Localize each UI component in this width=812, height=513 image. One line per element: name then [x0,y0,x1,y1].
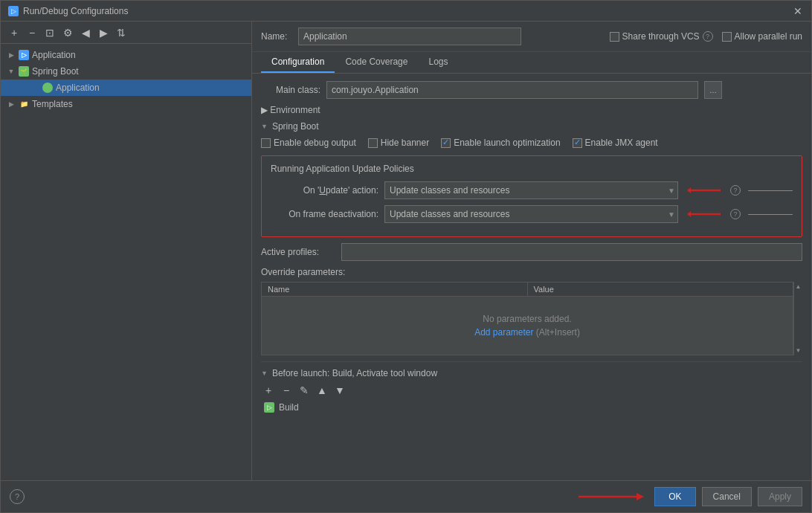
cancel-button[interactable]: Cancel [702,487,752,506]
tabs-bar: Configuration Code Coverage Logs [252,52,811,74]
params-table-container: Name Value No parameters added. Add para… [261,282,802,355]
tree-item-spring-boot[interactable]: ▼ 🌱 Spring Boot [1,63,251,80]
tree-item-application[interactable]: ▶ ▷ Application [1,47,251,63]
name-options: Share through VCS ? Allow parallel run [610,31,802,42]
red-arrow-update [687,184,724,196]
name-row: Name: Share through VCS ? Allow parallel… [252,22,811,52]
environment-label: ▶ Environment [261,105,320,115]
debug-output-group: Enable debug output [261,138,356,148]
share-vcs-checkbox[interactable] [610,32,619,42]
before-launch-header: ▼ Before launch: Build, Activate tool wi… [261,368,802,378]
debug-output-checkbox[interactable] [261,138,271,148]
enable-launch-checkbox[interactable] [441,138,451,148]
params-table-body: No parameters added. Add parameter (Alt+… [261,296,793,355]
allow-parallel-label: Allow parallel run [735,31,802,42]
svg-marker-5 [637,493,644,500]
hide-banner-checkbox[interactable] [368,138,378,148]
main-class-input[interactable] [326,81,698,99]
update-action-label: On 'Update' action: [271,185,378,196]
remove-config-button[interactable]: − [25,25,39,40]
app-child-icon [42,83,53,93]
update-action-line [748,190,793,191]
tree-arrow-spring-boot: ▼ [7,67,16,76]
name-column-header: Name [262,283,528,296]
allow-parallel-checkbox[interactable] [722,32,732,42]
frame-deact-row: On frame deactivation: Update classes an… [271,205,793,223]
value-column-header: Value [528,283,793,296]
bl-up-button[interactable]: ▲ [315,383,329,398]
help-button[interactable]: ? [10,489,25,504]
apply-button[interactable]: Apply [758,487,802,506]
sort-button[interactable]: ⇅ [114,25,129,40]
scroll-down: ▼ [796,347,802,354]
enable-jmx-checkbox[interactable] [573,138,582,148]
override-label: Override parameters: [261,267,802,277]
tab-configuration[interactable]: Configuration [261,52,335,73]
frame-deact-select[interactable]: Update classes and resources [384,205,678,223]
right-panel: Name: Share through VCS ? Allow parallel… [252,22,811,480]
main-class-row: Main class: … [261,81,802,99]
bl-edit-button[interactable]: ✎ [297,383,312,398]
tree-arrow-templates: ▶ [7,100,16,109]
spring-boot-title: Spring Boot [272,121,319,132]
main-content: + − ⊡ ⚙ ◀ ▶ ⇅ ▶ ▷ Application ▼ 🌱 [1,22,811,480]
name-input[interactable] [298,28,521,45]
name-label: Name: [261,31,292,42]
environment-row[interactable]: ▶ Environment [261,105,802,115]
close-button[interactable]: ✕ [792,5,804,17]
svg-marker-3 [687,211,691,217]
hide-banner-group: Hide banner [368,138,429,148]
config-panel: Main class: … ▶ Environment ▼ Spring Boo… [252,74,811,480]
frame-deact-help[interactable]: ? [730,209,741,219]
title-bar-left: ▷ Run/Debug Configurations [8,6,128,16]
active-profiles-row: Active profiles: [261,243,802,261]
no-params-text: No parameters added. [483,314,571,324]
build-item: ▷ Build [261,401,802,414]
bl-add-button[interactable]: + [261,383,276,398]
update-action-help[interactable]: ? [730,185,741,196]
scroll-up: ▲ [796,283,802,290]
tree-item-app-child[interactable]: Application [1,80,251,96]
enable-jmx-group: Enable JMX agent [573,138,658,148]
add-param-row: Add parameter (Alt+Insert) [474,327,580,338]
tree-arrow-app-child [30,83,39,92]
enable-jmx-label: Enable JMX agent [585,138,658,148]
params-table-header: Name Value [261,282,793,296]
update-action-wrapper: Update classes and resources ▼ [384,181,678,199]
copy-config-button[interactable]: ⊡ [42,25,57,40]
spring-options-row: Enable debug output Hide banner Enable l… [261,138,802,148]
bl-remove-button[interactable]: − [279,383,294,398]
tree-label-templates: Templates [32,99,73,109]
tree-label-spring-boot: Spring Boot [32,66,79,77]
tab-code-coverage[interactable]: Code Coverage [335,52,418,73]
update-action-select[interactable]: Update classes and resources [384,181,678,199]
left-toolbar: + − ⊡ ⚙ ◀ ▶ ⇅ [1,22,251,44]
dialog-title: Run/Debug Configurations [23,6,128,16]
share-vcs-group: Share through VCS ? [610,31,713,42]
params-scrollbar: ▲ ▼ [793,282,802,355]
frame-deact-label: On frame deactivation: [271,209,378,219]
tree-item-templates[interactable]: ▶ 📁 Templates [1,96,251,112]
tab-logs[interactable]: Logs [418,52,458,73]
arrow-left-button[interactable]: ◀ [78,25,93,40]
override-section: Override parameters: Name Value No param… [261,267,802,355]
share-vcs-help[interactable]: ? [703,31,713,42]
arrow-right-button[interactable]: ▶ [96,25,111,40]
tree-label-app-child: Application [56,83,100,93]
hide-banner-label: Hide banner [381,138,429,148]
add-param-link[interactable]: Add parameter [474,327,533,338]
build-label: Build [279,402,299,413]
application-root-icon: ▷ [19,50,29,60]
active-profiles-label: Active profiles: [261,247,335,257]
active-profiles-input[interactable] [341,243,802,261]
ok-button[interactable]: OK [654,487,695,506]
settings-button[interactable]: ⚙ [60,25,75,40]
allow-parallel-group: Allow parallel run [722,31,802,42]
bl-down-button[interactable]: ▼ [332,383,347,398]
red-arrow-ok [571,485,645,508]
debug-output-label: Enable debug output [274,138,356,148]
policies-box: Running Application Update Policies On '… [261,155,802,237]
main-class-browse-button[interactable]: … [704,81,722,99]
before-launch-title: Before launch: Build, Activate tool wind… [272,368,437,378]
add-config-button[interactable]: + [7,25,22,40]
